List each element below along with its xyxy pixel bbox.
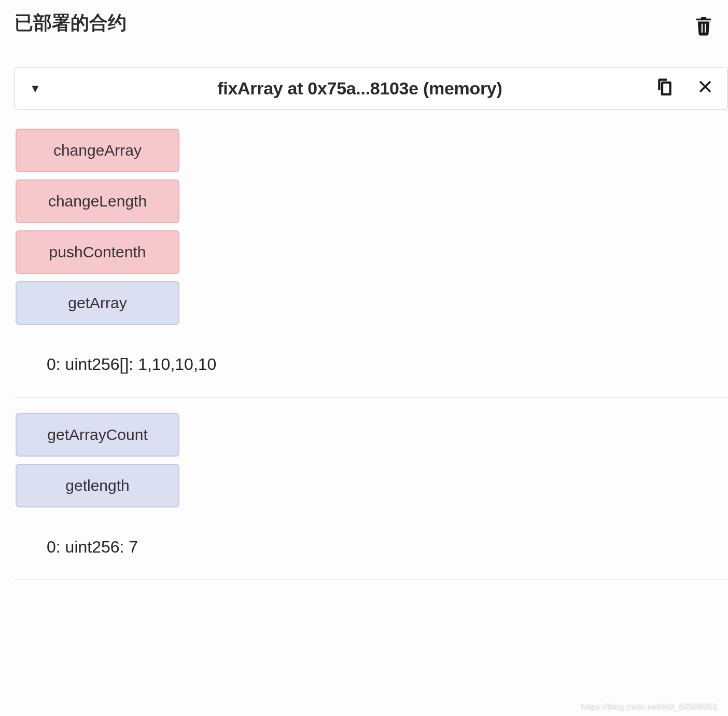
result-getlength: 0: uint256: 7: [15, 515, 728, 580]
getlength-button[interactable]: getlength: [16, 464, 179, 507]
close-icon[interactable]: [697, 78, 713, 99]
chevron-down-icon[interactable]: ▼: [30, 82, 41, 95]
changeLength-button[interactable]: changeLength: [16, 180, 179, 223]
pushContenth-button[interactable]: pushContenth: [16, 230, 179, 274]
divider: [15, 580, 728, 580]
result-getArray: 0: uint256[]: 1,10,10,10: [15, 332, 728, 397]
divider: [15, 397, 728, 397]
getArrayCount-button[interactable]: getArrayCount: [16, 413, 179, 457]
section-title: 已部署的合约: [15, 10, 127, 36]
getArray-button[interactable]: getArray: [16, 281, 179, 325]
changeArray-button[interactable]: changeArray: [16, 129, 179, 172]
copy-icon[interactable]: [656, 78, 674, 99]
trash-icon[interactable]: [695, 16, 712, 41]
contract-title: fixArray at 0x75a...8103e (memory): [64, 78, 656, 99]
contract-header[interactable]: ▼ fixArray at 0x75a...8103e (memory): [15, 67, 728, 110]
